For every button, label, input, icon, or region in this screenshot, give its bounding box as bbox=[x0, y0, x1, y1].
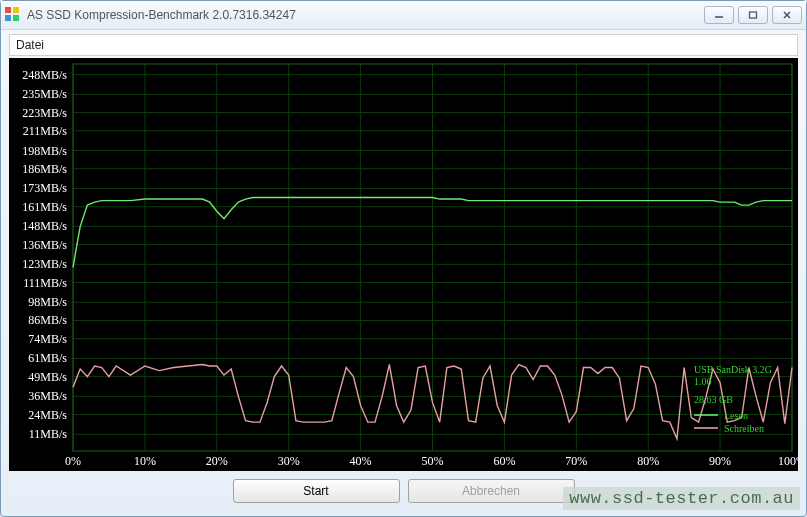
svg-text:60%: 60% bbox=[493, 454, 515, 468]
svg-text:50%: 50% bbox=[422, 454, 444, 468]
svg-text:148MB/s: 148MB/s bbox=[22, 219, 67, 233]
svg-text:70%: 70% bbox=[565, 454, 587, 468]
menu-file[interactable]: Datei bbox=[16, 38, 44, 52]
cancel-button-label: Abbrechen bbox=[462, 484, 520, 498]
svg-text:86MB/s: 86MB/s bbox=[28, 313, 67, 327]
svg-text:Lesen: Lesen bbox=[724, 410, 748, 421]
svg-text:161MB/s: 161MB/s bbox=[22, 200, 67, 214]
svg-text:136MB/s: 136MB/s bbox=[22, 238, 67, 252]
svg-text:40%: 40% bbox=[350, 454, 372, 468]
svg-text:198MB/s: 198MB/s bbox=[22, 144, 67, 158]
window-title: AS SSD Kompression-Benchmark 2.0.7316.34… bbox=[27, 8, 704, 22]
svg-text:211MB/s: 211MB/s bbox=[23, 124, 68, 138]
svg-text:USB  SanDisk 3.2G: USB SanDisk 3.2G bbox=[694, 364, 772, 375]
close-button[interactable] bbox=[772, 6, 802, 24]
start-button-label: Start bbox=[303, 484, 328, 498]
svg-text:80%: 80% bbox=[637, 454, 659, 468]
svg-text:0%: 0% bbox=[65, 454, 81, 468]
svg-text:20%: 20% bbox=[206, 454, 228, 468]
svg-text:223MB/s: 223MB/s bbox=[22, 106, 67, 120]
titlebar: AS SSD Kompression-Benchmark 2.0.7316.34… bbox=[1, 1, 806, 30]
svg-text:10%: 10% bbox=[134, 454, 156, 468]
start-button[interactable]: Start bbox=[233, 479, 400, 503]
svg-text:74MB/s: 74MB/s bbox=[28, 332, 67, 346]
minimize-button[interactable] bbox=[704, 6, 734, 24]
svg-text:98MB/s: 98MB/s bbox=[28, 295, 67, 309]
svg-text:248MB/s: 248MB/s bbox=[22, 68, 67, 82]
svg-text:111MB/s: 111MB/s bbox=[23, 276, 67, 290]
svg-text:100%: 100% bbox=[778, 454, 798, 468]
svg-rect-1 bbox=[750, 12, 757, 18]
svg-text:30%: 30% bbox=[278, 454, 300, 468]
menubar: Datei bbox=[9, 34, 798, 56]
svg-text:123MB/s: 123MB/s bbox=[22, 257, 67, 271]
svg-text:1.00: 1.00 bbox=[694, 376, 712, 387]
app-icon bbox=[5, 7, 21, 23]
chart: 11MB/s24MB/s36MB/s49MB/s61MB/s74MB/s86MB… bbox=[9, 58, 798, 471]
app-window: AS SSD Kompression-Benchmark 2.0.7316.34… bbox=[0, 0, 807, 517]
content-area: Datei 11MB/s24MB/s36MB/s49MB/s61MB/s74MB… bbox=[1, 30, 806, 511]
svg-text:173MB/s: 173MB/s bbox=[22, 181, 67, 195]
svg-text:28,63 GB: 28,63 GB bbox=[694, 394, 733, 405]
svg-text:235MB/s: 235MB/s bbox=[22, 87, 67, 101]
button-row: Start Abbrechen bbox=[9, 471, 798, 511]
chart-svg: 11MB/s24MB/s36MB/s49MB/s61MB/s74MB/s86MB… bbox=[9, 58, 798, 471]
window-controls bbox=[704, 6, 802, 24]
svg-text:186MB/s: 186MB/s bbox=[22, 162, 67, 176]
svg-text:24MB/s: 24MB/s bbox=[28, 408, 67, 422]
cancel-button: Abbrechen bbox=[408, 479, 575, 503]
maximize-button[interactable] bbox=[738, 6, 768, 24]
svg-text:36MB/s: 36MB/s bbox=[28, 389, 67, 403]
svg-text:11MB/s: 11MB/s bbox=[29, 427, 68, 441]
svg-text:49MB/s: 49MB/s bbox=[28, 370, 67, 384]
svg-text:90%: 90% bbox=[709, 454, 731, 468]
svg-text:Schreiben: Schreiben bbox=[724, 423, 764, 434]
svg-text:61MB/s: 61MB/s bbox=[28, 351, 67, 365]
